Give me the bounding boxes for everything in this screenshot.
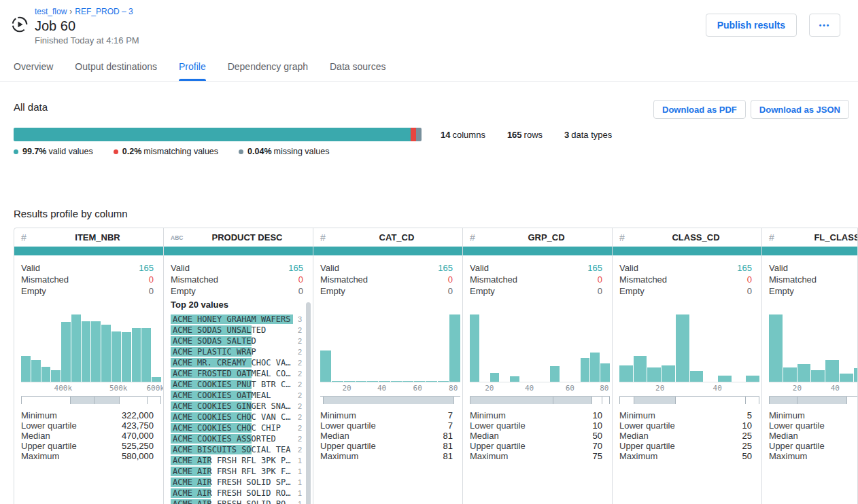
histogram-bar xyxy=(391,381,402,382)
column-name: FL_CLASS_CD xyxy=(787,232,858,242)
tab-dependency-graph[interactable]: Dependency graph xyxy=(228,54,308,81)
top-value-text: ACME MR. CREAMY CHOC VA… xyxy=(173,358,290,367)
column-counts: ValidMismatchedEmpty xyxy=(762,255,858,297)
top-values-title: Top 20 values xyxy=(164,300,313,310)
job-status-text: Finished Today at 4:16 PM xyxy=(35,35,139,46)
column-counts: Valid165Mismatched0Empty0 xyxy=(14,255,163,297)
range-slider-selection[interactable] xyxy=(769,397,846,404)
range-slider-tick xyxy=(745,397,746,404)
histogram-bar xyxy=(152,377,161,382)
breadcrumb-node-link[interactable]: REF_PROD – 3 xyxy=(75,7,133,16)
tab-data-sources[interactable]: Data sources xyxy=(330,54,385,81)
range-slider-tick xyxy=(470,397,470,404)
histogram-axis: 400k500k600k xyxy=(21,382,161,394)
column-card: # CAT_CD Valid165Mismatched0Empty0 20406… xyxy=(313,228,463,504)
axis-tick-label: 60 xyxy=(413,384,422,393)
legend-dot xyxy=(14,149,18,154)
histogram-bar xyxy=(470,314,479,382)
tab-output-destinations[interactable]: Output destinations xyxy=(75,54,157,81)
stat-label: Median xyxy=(769,431,858,441)
count-label: Mismatched xyxy=(21,274,149,285)
top-value-text: ACME SODAS SALTED xyxy=(173,336,256,346)
stat-label: Lower quartile xyxy=(619,420,742,431)
top-value-row: ACME COOKIES OATMEAL2 xyxy=(171,390,302,401)
column-histogram[interactable] xyxy=(769,314,858,382)
top-values-scrollbar[interactable] xyxy=(306,302,311,504)
count-label: Valid xyxy=(470,262,587,274)
tab-bar: Overview Output destinations Profile Dep… xyxy=(0,54,858,82)
count-value-valid: 165 xyxy=(438,262,453,274)
stat-value: 525,250 xyxy=(122,441,154,451)
column-valid-bar xyxy=(313,247,462,255)
range-slider-tick xyxy=(769,397,770,404)
axis-tick-label: 600k xyxy=(147,384,165,393)
tab-overview[interactable]: Overview xyxy=(14,54,53,81)
histogram-range-slider[interactable] xyxy=(320,396,460,404)
range-slider-tick xyxy=(160,397,161,404)
axis-tick-label: 40 xyxy=(377,384,386,393)
column-header: # FL_CLASS_CD xyxy=(762,228,858,247)
histogram-range-slider[interactable] xyxy=(769,396,858,404)
quality-bar-segment-red xyxy=(411,128,416,141)
histogram-bar xyxy=(367,381,378,382)
histogram-bar xyxy=(438,381,449,382)
count-label: Valid xyxy=(171,262,288,274)
top-value-row: ACME BISCUITS SOCIAL TEA2 xyxy=(171,444,302,455)
top-value-count: 2 xyxy=(293,337,302,345)
stat-value: 10 xyxy=(742,420,752,431)
histogram-range-slider[interactable] xyxy=(470,396,610,404)
column-histogram[interactable] xyxy=(619,314,759,382)
range-slider-tick xyxy=(21,397,22,404)
histogram-bar xyxy=(141,328,151,382)
histogram-range-slider[interactable] xyxy=(21,396,161,404)
count-label: Empty xyxy=(171,285,298,297)
profile-title: Results profile by column xyxy=(14,209,858,219)
column-histogram[interactable] xyxy=(470,314,610,382)
job-run-icon xyxy=(11,16,29,33)
histogram-bar xyxy=(426,381,436,382)
top-value-text: ACME COOKIES CHOC CHIP xyxy=(173,423,281,433)
range-slider-tick xyxy=(119,397,120,404)
axis-tick-label: 80 xyxy=(600,384,608,393)
range-slider-tick xyxy=(602,397,602,404)
histogram-bar xyxy=(746,376,759,382)
histogram-bar xyxy=(647,367,661,382)
top-value-count: 1 xyxy=(293,467,302,475)
histogram-bar xyxy=(101,325,111,382)
count-value-mismatched: 0 xyxy=(149,274,154,285)
more-actions-button[interactable]: ••• xyxy=(809,14,840,37)
top-value-text: ACME COOKIES OATMEAL xyxy=(173,391,271,400)
column-counts: Valid165Mismatched0Empty0 xyxy=(164,255,313,297)
range-slider-selection[interactable] xyxy=(470,397,591,404)
tab-profile[interactable]: Profile xyxy=(179,54,206,81)
top-bar: test_flow›REF_PROD – 3 Job 60 Finished T… xyxy=(0,0,858,46)
column-histogram[interactable] xyxy=(320,314,460,382)
histogram-range-slider[interactable] xyxy=(619,396,759,404)
count-label: Mismatched xyxy=(320,274,448,285)
column-valid-bar xyxy=(164,247,313,255)
stat-label: Median xyxy=(21,431,122,441)
histogram-bar xyxy=(510,376,519,382)
column-card: # ITEM_NBR Valid165Mismatched0Empty0 400… xyxy=(14,228,164,504)
download-json-button[interactable]: Download as JSON xyxy=(751,100,849,119)
publish-results-button[interactable]: Publish results xyxy=(706,14,797,37)
histogram-bar xyxy=(662,365,675,382)
column-histogram[interactable] xyxy=(21,314,161,382)
range-slider-selection[interactable] xyxy=(323,397,453,404)
histogram-bar xyxy=(811,370,825,382)
numeric-type-icon: # xyxy=(470,232,487,243)
range-slider-tick xyxy=(609,397,610,404)
count-label: Mismatched xyxy=(769,274,858,285)
axis-tick-label: 80 xyxy=(449,384,458,393)
download-pdf-button[interactable]: Download as PDF xyxy=(653,100,746,119)
stat-label: Upper quartile xyxy=(21,441,122,451)
stat-value: 25 xyxy=(742,441,752,451)
stat-value: 423,750 xyxy=(122,420,154,431)
range-slider-tick xyxy=(797,397,797,404)
breadcrumb-flow-link[interactable]: test_flow xyxy=(35,7,67,16)
histogram-bar xyxy=(402,381,413,382)
stat-value: 10 xyxy=(593,420,602,431)
range-slider-selection[interactable] xyxy=(634,397,676,404)
range-slider-selection[interactable] xyxy=(70,397,119,404)
quality-legend: 99.7%valid values0.2%mismatching values0… xyxy=(14,147,858,156)
